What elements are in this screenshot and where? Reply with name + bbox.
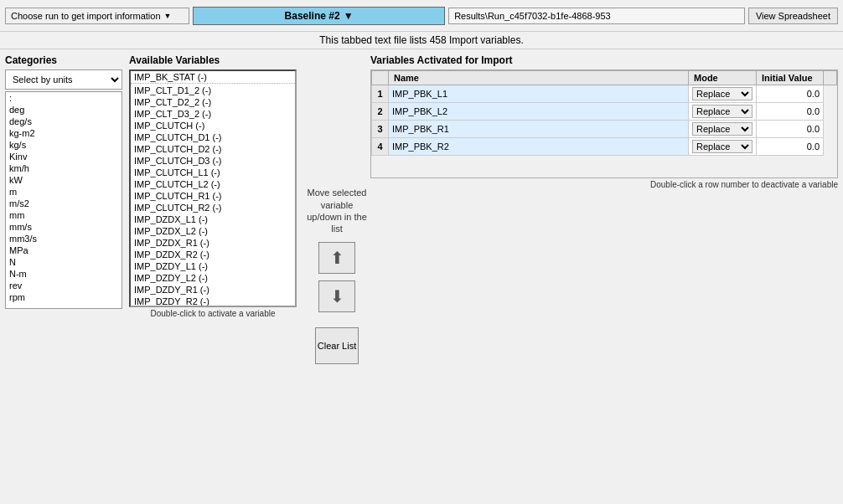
category-item[interactable]: kg/s (6, 139, 122, 151)
activated-panel: Variables Activated for Import Name Mode… (370, 54, 838, 496)
available-variable-item[interactable]: IMP_CLUTCH_R2 (-) (131, 202, 295, 213)
mode-select[interactable]: Replace (692, 140, 752, 153)
available-variable-item[interactable]: IMP_CLT_D2_2 (-) (131, 96, 295, 108)
available-variable-item[interactable]: IMP_CLUTCH_D2 (-) (131, 143, 295, 155)
col-header-blank (372, 71, 389, 85)
available-variable-item[interactable]: IMP_DZDY_L2 (-) (131, 272, 295, 284)
mode-cell: Replace (689, 121, 757, 138)
category-item[interactable]: kg-m2 (6, 127, 122, 139)
baseline-label: Baseline #2 (285, 10, 340, 22)
categories-panel: Categories Select by units :degdeg/skg-m… (5, 54, 122, 496)
available-variable-item[interactable]: IMP_BK_STAT (-) (131, 71, 295, 84)
category-item[interactable]: deg (6, 104, 122, 116)
view-spreadsheet-button[interactable]: View Spreadsheet (748, 8, 838, 24)
down-arrow-icon: ⬇ (330, 286, 344, 306)
category-item[interactable]: deg/s (6, 116, 122, 127)
category-item[interactable]: mm/s (6, 221, 122, 233)
available-variable-item[interactable]: IMP_CLT_D3_2 (-) (131, 108, 295, 120)
row-number[interactable]: 3 (372, 121, 389, 138)
mode-cell: Replace (689, 138, 757, 156)
category-item[interactable]: N (6, 256, 122, 268)
available-variable-item[interactable]: IMP_DZDX_R2 (-) (131, 249, 295, 260)
available-variable-item[interactable]: IMP_CLT_D1_2 (-) (131, 85, 295, 96)
initial-value: 0.0 (757, 103, 824, 121)
variable-name: IMP_PBK_L1 (389, 85, 689, 103)
run-dropdown-label: Choose run to get import information (11, 11, 161, 21)
variable-name: IMP_PBK_R2 (389, 138, 689, 156)
available-variable-item[interactable]: IMP_DZDX_R1 (-) (131, 237, 295, 249)
move-down-button[interactable]: ⬇ (318, 280, 355, 312)
available-variable-item[interactable]: IMP_CLUTCH (-) (131, 120, 295, 131)
info-bar: This tabbed text file lists 458 Import v… (0, 32, 843, 49)
top-bar: Choose run to get import information ▼ B… (0, 0, 843, 32)
activated-table: Name Mode Initial Value 1IMP_PBK_L1Repla… (371, 70, 837, 156)
variable-name: IMP_PBK_R1 (389, 121, 689, 138)
category-item[interactable]: rpm (6, 291, 122, 303)
col-header-scroll (824, 71, 837, 85)
up-arrow-icon: ⬆ (330, 248, 344, 268)
run-dropdown-arrow: ▼ (164, 12, 172, 20)
categories-title: Categories (5, 54, 122, 66)
categories-list[interactable]: :degdeg/skg-m2kg/sKinvkm/hkWmm/s2mmmm/sm… (5, 91, 122, 309)
initial-value: 0.0 (757, 121, 824, 138)
row-number[interactable]: 4 (372, 138, 389, 156)
baseline-dropdown[interactable]: Baseline #2 ▼ (193, 7, 445, 25)
col-header-mode: Mode (689, 71, 757, 85)
table-row: 1IMP_PBK_L1Replace0.0 (372, 85, 837, 103)
available-variable-item[interactable]: IMP_DZDX_L2 (-) (131, 225, 295, 237)
category-item[interactable]: N-m (6, 268, 122, 280)
clear-list-button[interactable]: Clear List (315, 327, 359, 364)
results-path: Results\Run_c45f7032-b1fe-4868-953 (448, 8, 745, 24)
available-title: Available Variables (129, 54, 297, 66)
main-content: Categories Select by units :degdeg/skg-m… (0, 49, 843, 501)
category-item[interactable]: MPa (6, 244, 122, 256)
col-header-name: Name (389, 71, 689, 85)
row-number[interactable]: 2 (372, 103, 389, 121)
table-row: 3IMP_PBK_R1Replace0.0 (372, 121, 837, 138)
activated-title: Variables Activated for Import (370, 54, 838, 66)
available-variable-item[interactable]: IMP_CLUTCH_L2 (-) (131, 178, 295, 190)
available-variable-item[interactable]: IMP_CLUTCH_R1 (-) (131, 190, 295, 202)
available-variable-item[interactable]: IMP_CLUTCH_D3 (-) (131, 155, 295, 167)
mode-cell: Replace (689, 85, 757, 103)
available-list[interactable]: IMP_BK_STAT (-)IMP_CLT_D1_2 (-)IMP_CLT_D… (129, 69, 297, 307)
mode-select[interactable]: Replace (692, 105, 752, 118)
baseline-arrow: ▼ (344, 10, 354, 22)
available-variable-item[interactable]: IMP_DZDX_L1 (-) (131, 213, 295, 225)
category-item[interactable]: rev (6, 280, 122, 291)
col-header-initial: Initial Value (757, 71, 824, 85)
initial-value: 0.0 (757, 85, 824, 103)
available-variable-item[interactable]: IMP_CLUTCH_L1 (-) (131, 167, 295, 178)
category-item[interactable]: m/s2 (6, 198, 122, 209)
category-item[interactable]: kW (6, 174, 122, 186)
deactivate-hint: Double-click a row number to deactivate … (370, 180, 838, 189)
controls-panel: Move selected variable up/down in the li… (303, 54, 370, 496)
info-text: This tabbed text file lists 458 Import v… (319, 34, 523, 46)
move-up-button[interactable]: ⬆ (318, 242, 355, 274)
category-item[interactable]: : (6, 92, 122, 104)
categories-select[interactable]: Select by units (5, 69, 122, 90)
mode-select[interactable]: Replace (692, 87, 752, 100)
initial-value: 0.0 (757, 138, 824, 156)
dbl-click-hint: Double-click to activate a variable (129, 309, 297, 318)
activated-table-scroll[interactable]: Name Mode Initial Value 1IMP_PBK_L1Repla… (370, 69, 838, 178)
table-row: 4IMP_PBK_R2Replace0.0 (372, 138, 837, 156)
mode-cell: Replace (689, 103, 757, 121)
variable-name: IMP_PBK_L2 (389, 103, 689, 121)
mode-select[interactable]: Replace (692, 122, 752, 136)
available-variable-item[interactable]: IMP_DZDY_R1 (-) (131, 284, 295, 296)
move-label: Move selected variable up/down in the li… (303, 187, 370, 234)
available-variable-item[interactable]: IMP_CLUTCH_D1 (-) (131, 131, 295, 143)
available-variable-item[interactable]: IMP_DZDY_L1 (-) (131, 260, 295, 272)
available-variable-item[interactable]: IMP_DZDY_R2 (-) (131, 296, 295, 307)
available-panel: Available Variables IMP_BK_STAT (-)IMP_C… (129, 54, 297, 496)
category-item[interactable]: Kinv (6, 151, 122, 162)
category-item[interactable]: km/h (6, 162, 122, 174)
category-item[interactable]: mm (6, 209, 122, 221)
category-item[interactable]: mm3/s (6, 233, 122, 244)
row-number[interactable]: 1 (372, 85, 389, 103)
table-row: 2IMP_PBK_L2Replace0.0 (372, 103, 837, 121)
run-dropdown[interactable]: Choose run to get import information ▼ (5, 8, 189, 24)
category-item[interactable]: m (6, 186, 122, 198)
